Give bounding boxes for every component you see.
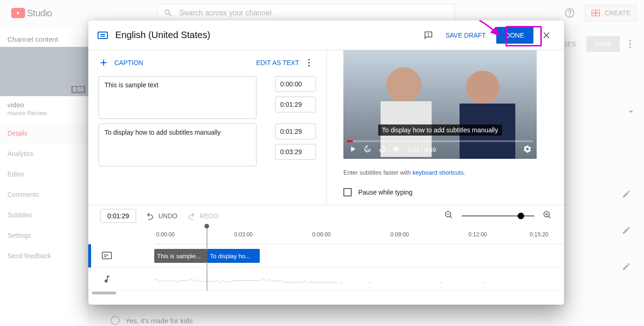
caption-end-time[interactable]: 0:03:29 — [275, 144, 316, 160]
done-button[interactable]: DONE — [496, 27, 533, 44]
undo-icon — [145, 211, 155, 221]
subtitle-editor-modal: English (United States) SAVE DRAFT DONE … — [88, 20, 564, 305]
plus-icon — [99, 58, 109, 68]
add-caption-button[interactable]: CAPTION — [99, 58, 143, 68]
svg-text:10: 10 — [366, 148, 369, 151]
caption-overlay: To display how to add subtitles manually — [378, 124, 502, 136]
keyboard-shortcuts-link[interactable]: keyboard shortcuts — [413, 169, 464, 176]
svg-rect-18 — [104, 256, 106, 257]
redo-button: REDO — [187, 211, 218, 221]
close-icon[interactable] — [538, 27, 555, 44]
waveform — [154, 278, 554, 283]
volume-icon[interactable] — [393, 144, 402, 155]
svg-point-8 — [386, 67, 421, 103]
more-options-icon[interactable] — [302, 56, 316, 70]
svg-point-3 — [308, 59, 310, 61]
captions-track-icon — [98, 247, 116, 265]
pause-while-typing-label: Pause while typing — [358, 189, 413, 196]
redo-icon — [187, 211, 196, 221]
forward-10-icon[interactable]: 10 — [378, 144, 387, 155]
caption-clip[interactable]: This is sample... — [154, 249, 207, 263]
zoom-out-icon[interactable] — [444, 210, 453, 222]
report-icon[interactable] — [422, 29, 434, 41]
svg-rect-17 — [104, 254, 108, 255]
edit-as-text-button[interactable]: EDIT AS TEXT — [256, 59, 299, 66]
timeline-ruler[interactable]: 0:00:00 0:03:00 0:06:00 0:09:00 0:12:00 … — [154, 227, 564, 244]
timeline-scrollbar[interactable] — [92, 291, 564, 295]
play-icon[interactable] — [348, 144, 357, 155]
caption-end-time[interactable]: 0:01:29 — [275, 97, 316, 112]
svg-point-5 — [308, 65, 310, 67]
audio-track-icon — [98, 270, 116, 288]
rewind-10-icon[interactable]: 10 — [363, 144, 372, 155]
svg-point-4 — [308, 62, 310, 64]
caption-text-input[interactable] — [99, 124, 256, 166]
settings-gear-icon[interactable] — [523, 144, 532, 155]
caption-text-input[interactable] — [99, 76, 256, 119]
caption-start-time[interactable]: 0:01:29 — [275, 124, 316, 139]
save-draft-button[interactable]: SAVE DRAFT — [446, 32, 486, 39]
svg-point-10 — [466, 71, 499, 104]
video-preview[interactable]: To display how to add subtitles manually… — [343, 50, 537, 159]
undo-button[interactable]: UNDO — [145, 211, 177, 221]
modal-title: English (United States) — [115, 30, 422, 40]
caption-start-time[interactable]: 0:00:00 — [275, 76, 316, 92]
pause-while-typing-checkbox[interactable] — [343, 188, 352, 196]
svg-text:10: 10 — [381, 148, 384, 151]
caption-clip[interactable]: To display ho... — [207, 249, 260, 263]
timeline-current-time[interactable]: 0:01:29 — [100, 209, 136, 223]
video-time: 0:02 / 9:59 — [407, 146, 436, 153]
zoom-slider[interactable] — [462, 215, 534, 216]
cc-icon — [98, 32, 108, 39]
shortcuts-hint: Enter subtitles faster with keyboard sho… — [343, 169, 554, 176]
zoom-in-icon[interactable] — [543, 210, 552, 222]
